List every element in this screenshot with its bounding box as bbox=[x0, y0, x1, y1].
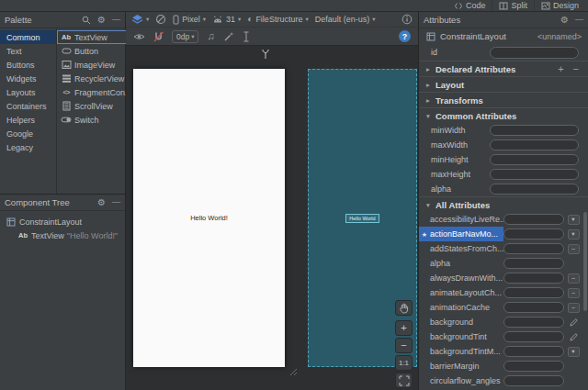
section-common-attributes[interactable]: ▾ Common Attributes bbox=[419, 107, 588, 123]
text-cursor-icon[interactable] bbox=[243, 31, 250, 42]
locale-selector[interactable]: Default (en-us) ▾ bbox=[315, 15, 376, 24]
attribute-row-minheight: minHeight bbox=[419, 152, 588, 167]
attribute-value-input[interactable] bbox=[503, 302, 564, 313]
locale-label: Default (en-us) bbox=[315, 15, 370, 24]
attribute-value-input[interactable] bbox=[503, 317, 564, 328]
default-margins-selector[interactable]: 0dp ▾ bbox=[172, 30, 198, 43]
attribute-value-input[interactable] bbox=[503, 258, 564, 269]
zoom-actual-button[interactable]: 1:1 bbox=[395, 355, 413, 371]
palette-category-text[interactable]: Text bbox=[0, 44, 56, 58]
constraintlayout-icon bbox=[6, 217, 17, 227]
info-icon[interactable] bbox=[401, 14, 413, 25]
design-canvas[interactable]: Hello World! Hello World + − 1:1 bbox=[126, 46, 418, 390]
blueprint-textview-box[interactable]: Hello World bbox=[345, 214, 379, 223]
palette-item-button[interactable]: Button bbox=[57, 44, 133, 58]
attribute-value-input[interactable] bbox=[503, 346, 564, 357]
tree-item-constraintlayout[interactable]: ConstraintLayout bbox=[0, 215, 125, 228]
palette-category-common[interactable]: Common bbox=[0, 30, 56, 44]
tab-design[interactable]: Design bbox=[534, 0, 585, 11]
attribute-value-input[interactable] bbox=[490, 154, 579, 165]
attribute-value-input[interactable] bbox=[490, 169, 579, 180]
id-input[interactable] bbox=[490, 47, 579, 59]
gear-icon[interactable]: ⚙ bbox=[560, 16, 569, 25]
autoconnect-magnet-icon[interactable] bbox=[153, 31, 164, 42]
design-view-surface[interactable]: Hello World! bbox=[133, 69, 285, 367]
orientation-icon[interactable] bbox=[261, 49, 270, 60]
theme-selector[interactable]: ◐ FileStructure ▾ bbox=[247, 15, 308, 24]
night-mode-button[interactable] bbox=[155, 14, 166, 25]
attribute-value-input[interactable] bbox=[503, 287, 564, 298]
section-all-attributes[interactable]: ▾ All Attributes bbox=[419, 196, 588, 212]
gear-icon[interactable]: ⚙ bbox=[97, 16, 106, 25]
boolean-toggle-button[interactable]: – bbox=[566, 288, 581, 298]
view-options-eye-icon[interactable] bbox=[133, 32, 145, 41]
palette-category-helpers[interactable]: Helpers bbox=[0, 113, 56, 127]
component-tree-body: ConstraintLayout Ab TextView "Hello Worl… bbox=[0, 211, 125, 390]
search-icon[interactable] bbox=[82, 16, 91, 25]
boolean-toggle-button[interactable]: – bbox=[566, 303, 581, 313]
section-declared-attributes[interactable]: ▸ Declared Attributes + − bbox=[419, 61, 588, 76]
attribute-value-input[interactable] bbox=[503, 361, 564, 372]
remove-attribute-button[interactable]: − bbox=[573, 64, 579, 74]
design-surface-selector[interactable]: ▾ bbox=[131, 14, 149, 25]
palette-item-label: TextView bbox=[74, 33, 107, 42]
palette-item-scrollview[interactable]: ScrollView bbox=[57, 99, 133, 113]
star-icon[interactable]: ★ bbox=[419, 231, 430, 238]
fragment-icon: <> bbox=[61, 88, 72, 96]
attribute-value-input[interactable] bbox=[503, 331, 564, 342]
pencil-icon[interactable] bbox=[566, 318, 581, 327]
attribute-value-input[interactable] bbox=[490, 184, 579, 195]
add-attribute-button[interactable]: + bbox=[558, 64, 563, 74]
palette-item-recyclerview[interactable]: RecyclerView bbox=[57, 72, 133, 85]
id-attribute-row: id bbox=[419, 44, 588, 61]
minimize-icon[interactable]: — bbox=[112, 198, 120, 206]
dropdown-button[interactable]: ▾ bbox=[566, 215, 581, 225]
attribute-value-input[interactable] bbox=[490, 125, 579, 136]
api-level-selector[interactable]: 31 ▾ bbox=[212, 15, 241, 24]
attribute-value-input[interactable] bbox=[490, 139, 579, 150]
zoom-in-button[interactable]: + bbox=[395, 320, 413, 336]
gear-icon[interactable]: ⚙ bbox=[97, 198, 106, 207]
palette-item-textview[interactable]: Ab TextView bbox=[57, 30, 133, 44]
list-icon bbox=[61, 73, 72, 84]
palette-category-containers[interactable]: Containers bbox=[0, 99, 56, 113]
section-layout[interactable]: ▸ Layout bbox=[419, 76, 588, 92]
tab-split[interactable]: Split bbox=[492, 0, 534, 11]
palette-category-layouts[interactable]: Layouts bbox=[0, 85, 56, 99]
palette-category-buttons[interactable]: Buttons bbox=[0, 58, 56, 72]
attributes-scrollbar[interactable] bbox=[583, 212, 587, 311]
tree-item-textview[interactable]: Ab TextView "Hello World!" bbox=[0, 228, 125, 242]
help-icon[interactable]: ? bbox=[399, 30, 411, 42]
textview-hello-world[interactable]: Hello World! bbox=[190, 214, 228, 222]
zoom-out-button[interactable]: − bbox=[395, 338, 413, 353]
section-transforms[interactable]: ▸ Transforms bbox=[419, 92, 588, 107]
palette-category-widgets[interactable]: Widgets bbox=[0, 72, 56, 85]
clear-constraints-icon[interactable]: ♫ bbox=[207, 31, 214, 41]
attribute-value-input[interactable] bbox=[503, 273, 564, 284]
attribute-row: backgroundTint bbox=[419, 329, 588, 344]
pencil-icon[interactable] bbox=[566, 333, 581, 341]
attribute-value-input[interactable] bbox=[503, 214, 564, 225]
attribute-value-input[interactable] bbox=[503, 375, 564, 386]
palette-body: Common Text Buttons Widgets Layouts Cont… bbox=[0, 28, 125, 194]
pan-hand-button[interactable] bbox=[395, 300, 413, 316]
surface-resize-handle[interactable] bbox=[289, 368, 298, 376]
attribute-value-input[interactable] bbox=[503, 228, 564, 240]
minimize-icon[interactable]: — bbox=[575, 16, 583, 24]
zoom-fit-button[interactable] bbox=[395, 373, 413, 388]
palette-item-fragmentcontainer[interactable]: <> FragmentCon... bbox=[57, 85, 133, 99]
dropdown-button[interactable]: ▾ bbox=[566, 229, 581, 240]
tab-code[interactable]: Code bbox=[447, 0, 492, 11]
palette-item-imageview[interactable]: ImageView bbox=[57, 58, 133, 72]
palette-category-google[interactable]: Google bbox=[0, 127, 56, 140]
boolean-toggle-button[interactable]: – bbox=[566, 273, 581, 284]
palette-category-legacy[interactable]: Legacy bbox=[0, 140, 56, 154]
infer-constraints-wand-icon[interactable] bbox=[223, 31, 234, 42]
attribute-name: minHeight bbox=[431, 155, 486, 164]
palette-item-switch[interactable]: Switch bbox=[57, 113, 133, 127]
dropdown-button[interactable]: ▾ bbox=[566, 347, 581, 357]
boolean-toggle-button[interactable]: – bbox=[566, 244, 581, 254]
device-selector[interactable]: Pixel ▾ bbox=[173, 15, 206, 25]
minimize-icon[interactable]: — bbox=[112, 16, 120, 24]
attribute-value-input[interactable] bbox=[503, 243, 564, 254]
